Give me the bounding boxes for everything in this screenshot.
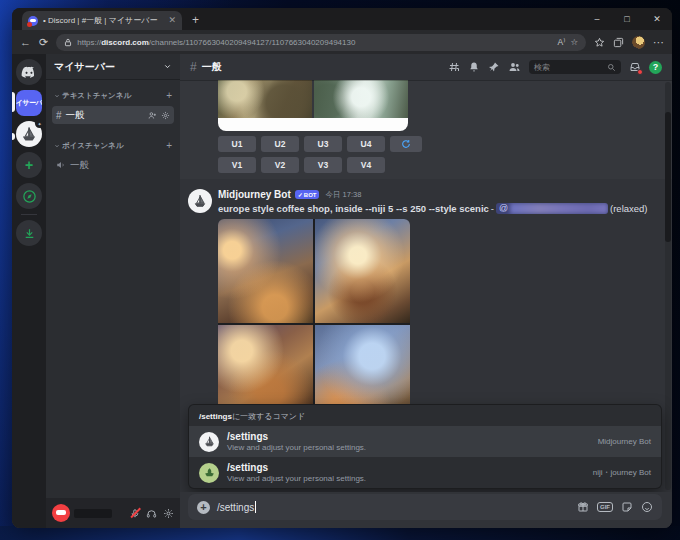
command-source: niji・journey Bot — [593, 467, 651, 478]
inbox-button[interactable] — [629, 61, 641, 73]
relaxed-label: (relaxed) — [610, 202, 648, 215]
chat-scrollbar[interactable] — [665, 82, 671, 490]
category-voice-channels[interactable]: ボイスチャンネル + — [52, 138, 174, 153]
sailboat-icon — [203, 435, 216, 448]
channel-name: 一般 — [70, 159, 89, 172]
close-button[interactable]: ✕ — [642, 14, 672, 24]
threads-icon[interactable] — [448, 61, 460, 73]
new-tab-button[interactable]: + — [192, 13, 199, 30]
u2-button[interactable]: U2 — [261, 136, 299, 152]
emoji-icon[interactable] — [641, 501, 653, 513]
discord-favicon — [28, 16, 38, 26]
v1-button[interactable]: V1 — [218, 157, 256, 173]
back-icon[interactable]: ← — [20, 36, 31, 48]
minimize-button[interactable]: – — [582, 14, 612, 24]
message-list[interactable]: U1 U2 U3 U4 V1 V2 V3 V4 — [180, 80, 672, 492]
speaker-icon — [56, 160, 66, 170]
add-server-button[interactable]: + — [16, 152, 42, 178]
discord-app: イサーバ ✦ + マイサーバー — [12, 54, 672, 528]
help-button[interactable]: ? — [649, 61, 662, 74]
lock-icon — [64, 38, 72, 47]
v2-button[interactable]: V2 — [261, 157, 299, 173]
collections-icon[interactable] — [613, 37, 624, 48]
channel-settings-gear-icon[interactable] — [161, 111, 170, 120]
url-bar[interactable]: https://discord.com/channels/11076630402… — [56, 34, 586, 51]
prompt-text: europe style coffee shop, inside --niji … — [218, 202, 489, 215]
generated-image-grid[interactable] — [218, 219, 410, 429]
bot-username[interactable]: Midjourney Bot — [218, 189, 291, 200]
search-icon — [607, 63, 616, 72]
scrollbar-thumb[interactable] — [665, 112, 671, 242]
discord-logo-icon — [21, 66, 37, 78]
image-grid-preview[interactable] — [218, 80, 408, 118]
gift-icon[interactable] — [577, 501, 589, 513]
command-name: /settings — [227, 431, 366, 442]
v3-button[interactable]: V3 — [304, 157, 342, 173]
channel-sidebar: マイサーバー テキストチャンネル + # 一般 — [46, 54, 180, 528]
browser-profile-avatar[interactable] — [632, 36, 645, 49]
hash-icon: # — [190, 60, 197, 74]
headphones-icon[interactable] — [146, 508, 157, 519]
server-icon-my-server[interactable]: イサーバ — [16, 90, 42, 116]
u4-button[interactable]: U4 — [347, 136, 385, 152]
search-input[interactable]: 検索 — [529, 60, 621, 74]
reroll-button[interactable] — [390, 136, 422, 152]
autocomplete-item-midjourney[interactable]: /settings View and adjust your personal … — [189, 426, 661, 457]
create-channel-button[interactable]: + — [166, 90, 172, 101]
invite-people-icon[interactable] — [148, 111, 157, 120]
variation-buttons-row: V1 V2 V3 V4 — [218, 157, 672, 173]
read-aloud-icon[interactable]: A⁾ — [558, 37, 566, 47]
maximize-button[interactable]: □ — [612, 14, 642, 24]
add-favorite-icon[interactable]: ☆ — [570, 37, 578, 47]
redacted-username — [74, 509, 112, 518]
discord-home-button[interactable] — [16, 59, 42, 85]
u1-button[interactable]: U1 — [218, 136, 256, 152]
generated-image[interactable] — [314, 80, 408, 118]
explore-servers-button[interactable] — [16, 183, 42, 209]
u3-button[interactable]: U3 — [304, 136, 342, 152]
pin-icon[interactable] — [488, 61, 500, 73]
mic-muted-button[interactable] — [130, 508, 140, 519]
download-apps-button[interactable] — [16, 220, 42, 246]
command-description: View and adjust your personal settings. — [227, 474, 366, 483]
server-rail: イサーバ ✦ + — [12, 54, 46, 528]
members-icon[interactable] — [508, 61, 521, 73]
server-icon-midjourney[interactable]: ✦ — [16, 121, 42, 147]
command-description: View and adjust your personal settings. — [227, 443, 366, 452]
user-settings-gear-icon[interactable] — [163, 508, 174, 519]
tab-close-icon[interactable]: ✕ — [168, 16, 176, 25]
autocomplete-item-niji[interactable]: /settings View and adjust your personal … — [189, 457, 661, 488]
create-voice-channel-button[interactable]: + — [166, 140, 172, 151]
browser-window: • Discord | #一般 | マイサーバー ✕ + – □ ✕ ← ⟳ h… — [12, 8, 672, 528]
user-panel — [46, 498, 180, 528]
message-input-area: + /settings GIF — [180, 492, 672, 528]
channel-general-text[interactable]: # 一般 — [52, 106, 174, 124]
generated-image-1[interactable] — [218, 219, 313, 323]
blurred-mention — [510, 203, 608, 214]
gif-icon[interactable]: GIF — [597, 502, 613, 512]
bell-icon[interactable] — [468, 61, 480, 73]
user-avatar[interactable] — [52, 504, 70, 522]
sticker-icon[interactable] — [621, 501, 633, 513]
v4-button[interactable]: V4 — [347, 157, 385, 173]
download-icon — [23, 227, 36, 240]
message-input[interactable]: + /settings GIF — [188, 494, 662, 520]
inbox-unread-badge — [637, 69, 643, 75]
browser-tab[interactable]: • Discord | #一般 | マイサーバー ✕ — [22, 11, 182, 30]
input-value[interactable]: /settings — [217, 501, 256, 513]
server-name: マイサーバー — [54, 60, 115, 74]
reload-icon[interactable]: ⟳ — [39, 36, 48, 49]
chevron-down-icon — [54, 93, 60, 99]
favorites-bar-icon[interactable] — [594, 37, 605, 48]
midjourney-bot-avatar[interactable] — [188, 189, 212, 213]
rail-divider — [21, 214, 37, 215]
generated-image[interactable] — [218, 80, 312, 118]
user-mention-redacted[interactable]: @ — [496, 203, 608, 214]
category-text-channels[interactable]: テキストチャンネル + — [52, 88, 174, 103]
channel-general-voice[interactable]: 一般 — [52, 156, 174, 174]
browser-menu-icon[interactable]: ⋯ — [653, 36, 664, 49]
server-header[interactable]: マイサーバー — [46, 54, 180, 80]
image-grid-bottom[interactable] — [218, 118, 408, 131]
attach-file-icon[interactable]: + — [197, 501, 210, 514]
generated-image-2[interactable] — [315, 219, 410, 323]
